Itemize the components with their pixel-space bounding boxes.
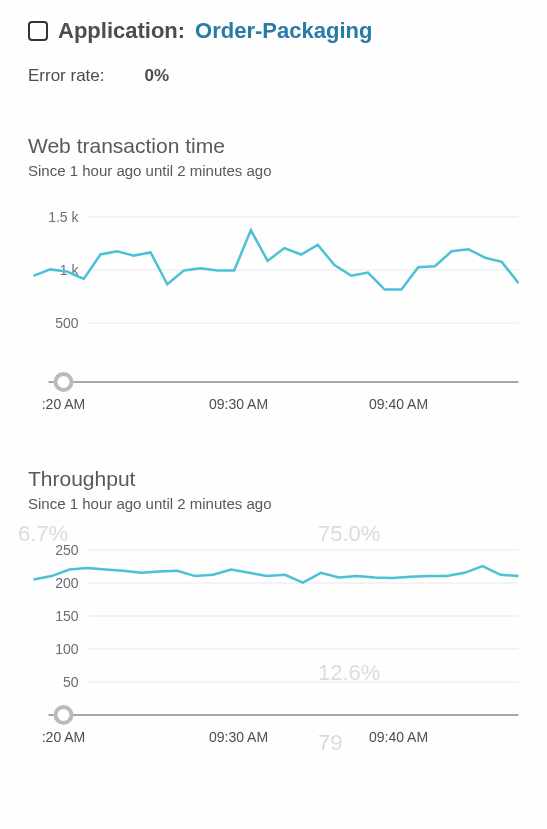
x-tick: :20 AM xyxy=(42,396,86,412)
time-slider-knob[interactable] xyxy=(56,707,72,723)
chart-plot-area[interactable]: 1.5 k 1 k 500 :20 AM 09:30 AM 09:40 AM xyxy=(28,197,519,427)
y-tick: 500 xyxy=(55,315,79,331)
chart-web-transaction-time: Web transaction time Since 1 hour ago un… xyxy=(28,134,519,427)
chart-title: Throughput xyxy=(28,467,519,491)
x-tick: 09:30 AM xyxy=(209,396,268,412)
y-tick: 50 xyxy=(63,674,79,690)
time-slider-knob[interactable] xyxy=(56,374,72,390)
x-tick: 09:40 AM xyxy=(369,396,428,412)
y-tick: 150 xyxy=(55,608,79,624)
chart-title: Web transaction time xyxy=(28,134,519,158)
x-tick: 09:40 AM xyxy=(369,729,428,745)
chart-throughput: Throughput Since 1 hour ago until 2 minu… xyxy=(28,467,519,760)
chart-plot-area[interactable]: 250 200 150 100 50 :20 AM 09:30 AM 09:40… xyxy=(28,530,519,760)
chart-svg: 250 200 150 100 50 :20 AM 09:30 AM 09:40… xyxy=(28,530,519,760)
y-tick: 1.5 k xyxy=(48,209,79,225)
data-series-line xyxy=(34,230,519,290)
y-tick: 200 xyxy=(55,575,79,591)
application-label: Application: xyxy=(58,18,185,44)
data-series-line xyxy=(34,566,519,583)
select-checkbox[interactable] xyxy=(28,21,48,41)
y-tick: 250 xyxy=(55,542,79,558)
chart-subtitle: Since 1 hour ago until 2 minutes ago xyxy=(28,162,519,179)
chart-subtitle: Since 1 hour ago until 2 minutes ago xyxy=(28,495,519,512)
chart-svg: 1.5 k 1 k 500 :20 AM 09:30 AM 09:40 AM xyxy=(28,197,519,427)
y-tick: 100 xyxy=(55,641,79,657)
x-tick: 09:30 AM xyxy=(209,729,268,745)
error-rate-label: Error rate: xyxy=(28,66,105,86)
application-name-link[interactable]: Order-Packaging xyxy=(195,18,372,44)
error-rate-value: 0% xyxy=(145,66,170,86)
error-rate-row: Error rate: 0% xyxy=(28,66,519,86)
x-tick: :20 AM xyxy=(42,729,86,745)
header: Application: Order-Packaging xyxy=(28,18,519,44)
